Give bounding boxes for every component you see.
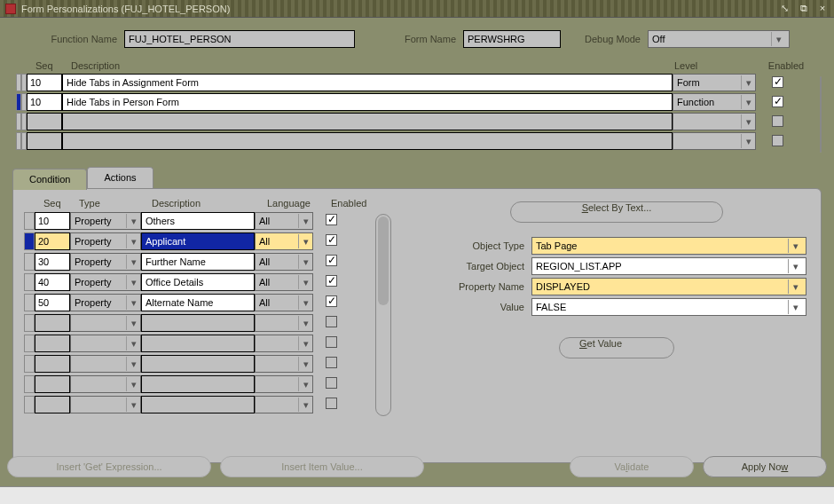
row-handle[interactable] xyxy=(24,375,35,393)
action-seq[interactable]: 10 xyxy=(35,212,70,230)
get-value-button[interactable]: Get Value xyxy=(559,337,674,358)
rule-seq[interactable] xyxy=(27,132,62,150)
action-language-select[interactable]: ▾ xyxy=(255,396,313,413)
rule-description[interactable]: Hide Tabs in Person Form xyxy=(62,93,673,111)
action-row[interactable]: ▾▾ xyxy=(24,312,370,333)
row-handle[interactable] xyxy=(24,294,35,311)
action-seq[interactable] xyxy=(35,375,70,393)
rule-level-select[interactable]: ▾ xyxy=(673,132,756,150)
action-seq[interactable] xyxy=(35,355,70,373)
action-description[interactable]: Others xyxy=(141,212,255,230)
row-handle[interactable] xyxy=(24,232,35,250)
rule-row[interactable]: 10Hide Tabs in Assignment FormForm▾ xyxy=(16,73,813,92)
action-enabled-checkbox[interactable] xyxy=(326,295,337,307)
rule-enabled-checkbox[interactable] xyxy=(772,96,783,107)
action-description[interactable]: Alternate Name xyxy=(141,294,255,311)
row-handle[interactable] xyxy=(24,253,35,271)
action-language-select[interactable]: All▾ xyxy=(255,273,313,291)
function-name-input[interactable]: FUJ_HOTEL_PERSON xyxy=(124,30,355,48)
action-row[interactable]: 30Property▾Further NameAll▾ xyxy=(24,251,370,272)
action-language-select[interactable]: All▾ xyxy=(255,212,313,230)
rule-row[interactable]: ▾ xyxy=(16,112,813,131)
action-seq[interactable] xyxy=(35,314,70,332)
action-description[interactable] xyxy=(141,355,255,373)
action-language-select[interactable]: ▾ xyxy=(255,375,313,393)
row-handle[interactable] xyxy=(24,212,35,230)
action-row[interactable]: ▾▾ xyxy=(24,353,370,374)
property-name-select[interactable]: DISPLAYED ▾ xyxy=(531,278,806,295)
row-handle[interactable] xyxy=(24,355,35,373)
action-enabled-checkbox[interactable] xyxy=(326,357,337,368)
action-row[interactable]: ▾▾ xyxy=(24,333,370,353)
actions-scrollbar[interactable] xyxy=(375,214,391,416)
action-seq[interactable]: 30 xyxy=(35,253,70,271)
insert-get-expression-button[interactable]: Insert 'Get' Expression... xyxy=(7,456,211,477)
insert-item-value-button[interactable]: Insert Item Value... xyxy=(220,456,424,477)
validate-button[interactable]: Validate xyxy=(570,456,694,477)
action-language-select[interactable]: All▾ xyxy=(255,253,313,271)
action-seq[interactable]: 20 xyxy=(35,232,70,250)
action-description[interactable] xyxy=(141,335,255,352)
rule-seq[interactable] xyxy=(27,113,62,130)
rule-description[interactable]: Hide Tabs in Assignment Form xyxy=(62,74,673,91)
action-type-select[interactable]: ▾ xyxy=(70,375,141,393)
action-type-select[interactable]: ▾ xyxy=(70,355,141,373)
row-handle[interactable] xyxy=(24,396,35,413)
action-type-select[interactable]: ▾ xyxy=(70,335,141,352)
action-row[interactable]: 50Property▾Alternate NameAll▾ xyxy=(24,292,370,312)
rule-row[interactable]: 10Hide Tabs in Person FormFunction▾ xyxy=(16,92,813,112)
form-name-input[interactable]: PERWSHRG xyxy=(463,30,561,48)
action-description[interactable]: Applicant xyxy=(141,232,255,250)
action-enabled-checkbox[interactable] xyxy=(326,316,337,327)
row-handle[interactable] xyxy=(24,314,35,332)
rule-description[interactable] xyxy=(62,113,673,130)
action-enabled-checkbox[interactable] xyxy=(326,377,337,389)
restore-icon[interactable]: ⧉ xyxy=(798,3,810,14)
action-type-select[interactable]: Property▾ xyxy=(70,253,141,271)
action-type-select[interactable]: Property▾ xyxy=(70,232,141,250)
action-enabled-checkbox[interactable] xyxy=(326,275,337,287)
action-language-select[interactable]: ▾ xyxy=(255,335,313,352)
rule-row[interactable]: ▾ xyxy=(16,131,813,151)
action-seq[interactable]: 40 xyxy=(35,273,70,291)
action-language-select[interactable]: All▾ xyxy=(255,294,313,311)
action-seq[interactable] xyxy=(35,396,70,413)
action-language-select[interactable]: ▾ xyxy=(255,355,313,373)
value-select[interactable]: FALSE ▾ xyxy=(531,298,806,316)
row-handle[interactable] xyxy=(24,335,35,352)
action-language-select[interactable]: ▾ xyxy=(255,314,313,332)
rule-level-select[interactable]: Function▾ xyxy=(673,93,756,111)
action-type-select[interactable]: Property▾ xyxy=(70,294,141,311)
rule-seq[interactable]: 10 xyxy=(27,74,62,91)
action-enabled-checkbox[interactable] xyxy=(326,234,337,246)
action-type-select[interactable]: Property▾ xyxy=(70,212,141,230)
tab-condition[interactable]: Condition xyxy=(12,169,87,190)
action-seq[interactable]: 50 xyxy=(35,294,70,311)
action-description[interactable]: Office Details xyxy=(141,273,255,291)
action-row[interactable]: ▾▾ xyxy=(24,374,370,394)
action-seq[interactable] xyxy=(35,335,70,352)
action-row[interactable]: 20Property▾ApplicantAll▾ xyxy=(24,231,370,251)
action-description[interactable] xyxy=(141,314,255,332)
minimize-icon[interactable]: ⤡ xyxy=(779,3,791,14)
rule-seq[interactable]: 10 xyxy=(27,93,62,111)
apply-now-button[interactable]: Apply Now xyxy=(703,456,827,477)
action-type-select[interactable]: ▾ xyxy=(70,396,141,413)
close-icon[interactable]: × xyxy=(816,3,829,13)
rule-enabled-checkbox[interactable] xyxy=(772,115,783,127)
object-type-select[interactable]: Tab Page ▾ xyxy=(531,237,806,255)
rule-description[interactable] xyxy=(62,132,673,150)
action-description[interactable] xyxy=(141,375,255,393)
action-type-select[interactable]: ▾ xyxy=(70,314,141,332)
action-enabled-checkbox[interactable] xyxy=(326,214,337,225)
tab-actions[interactable]: Actions xyxy=(87,167,153,188)
action-type-select[interactable]: Property▾ xyxy=(70,273,141,291)
rule-level-select[interactable]: ▾ xyxy=(673,113,756,130)
rule-enabled-checkbox[interactable] xyxy=(772,76,783,88)
target-object-select[interactable]: REGION_LIST.APP ▾ xyxy=(531,257,806,275)
row-handle[interactable] xyxy=(24,273,35,291)
rule-enabled-checkbox[interactable] xyxy=(772,135,783,146)
action-row[interactable]: 10Property▾OthersAll▾ xyxy=(24,210,370,231)
debug-mode-select[interactable]: Off ▾ xyxy=(648,30,790,48)
action-description[interactable] xyxy=(141,396,255,413)
